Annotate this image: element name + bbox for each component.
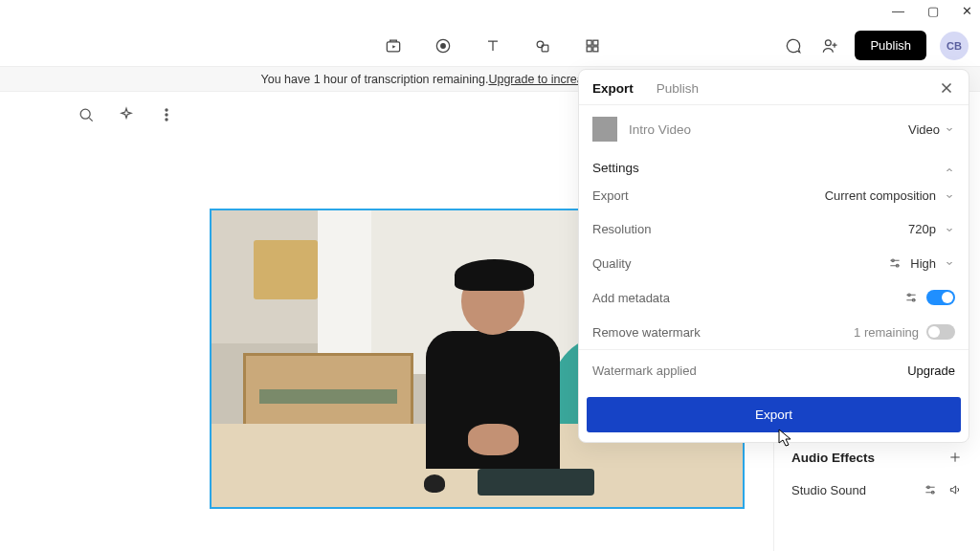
quality-row[interactable]: Quality High — [579, 246, 969, 280]
svg-point-13 — [166, 119, 167, 121]
record-icon[interactable] — [432, 34, 455, 57]
chevron-down-icon — [944, 257, 955, 269]
export-button[interactable]: Export — [587, 397, 961, 432]
templates-icon[interactable] — [581, 34, 604, 57]
metadata-row: Add metadata — [579, 280, 969, 315]
upgrade-link[interactable]: Upgrade — [907, 364, 955, 378]
svg-point-10 — [80, 109, 90, 119]
minimize-icon[interactable]: — — [892, 4, 904, 18]
tab-export[interactable]: Export — [592, 81, 634, 96]
watermark-status: Watermark applied — [592, 364, 697, 378]
avatar[interactable]: CB — [940, 32, 969, 60]
window-controls: — ▢ ✕ — [892, 4, 972, 18]
settings-section-label: Settings — [592, 161, 639, 175]
top-toolbar: Publish CB — [0, 25, 980, 67]
add-effect-icon[interactable] — [947, 450, 963, 465]
sparkle-icon[interactable] — [115, 103, 138, 126]
tab-publish[interactable]: Publish — [657, 81, 699, 96]
svg-rect-8 — [593, 46, 598, 51]
svg-point-9 — [826, 39, 832, 45]
svg-rect-6 — [593, 40, 598, 45]
comment-icon[interactable] — [782, 34, 805, 57]
watermark-toggle[interactable] — [926, 324, 955, 340]
svg-point-12 — [166, 114, 167, 116]
export-type-select[interactable]: Video — [908, 122, 955, 137]
metadata-toggle[interactable] — [926, 290, 955, 305]
shapes-icon[interactable] — [531, 34, 554, 57]
chevron-down-icon — [944, 190, 955, 202]
project-thumbnail — [592, 117, 617, 142]
search-icon[interactable] — [75, 103, 98, 126]
svg-rect-5 — [587, 40, 591, 45]
resolution-row[interactable]: Resolution 720p — [579, 212, 969, 246]
maximize-icon[interactable]: ▢ — [927, 4, 939, 18]
add-user-icon[interactable] — [818, 34, 841, 57]
svg-rect-7 — [587, 46, 591, 51]
chevron-down-icon — [944, 123, 955, 135]
svg-point-3 — [537, 41, 544, 48]
banner-text: You have 1 hour of transcription remaini… — [261, 73, 489, 86]
close-window-icon[interactable]: ✕ — [962, 4, 972, 18]
sliders-icon[interactable] — [903, 290, 919, 305]
audio-effects-label: Audio Effects — [791, 451, 875, 465]
svg-point-11 — [166, 109, 167, 111]
sliders-icon[interactable] — [923, 482, 938, 497]
project-title-field[interactable]: Intro Video — [629, 122, 897, 137]
text-tool-icon[interactable] — [481, 34, 504, 57]
sliders-icon[interactable] — [887, 255, 902, 271]
chevron-down-icon — [944, 224, 955, 235]
speaker-icon[interactable] — [947, 482, 963, 497]
publish-button[interactable]: Publish — [855, 31, 926, 60]
media-library-icon[interactable] — [382, 34, 405, 57]
studio-sound-label: Studio Sound — [791, 483, 866, 497]
chevron-up-icon[interactable] — [944, 163, 955, 174]
export-panel: Export Publish Intro Video Video Setting… — [578, 69, 969, 443]
close-panel-icon[interactable] — [938, 79, 955, 97]
export-scope-row[interactable]: Export Current composition — [579, 179, 969, 212]
watermark-row: Remove watermark 1 remaining — [579, 315, 969, 349]
svg-point-2 — [440, 43, 446, 49]
script-tools — [75, 103, 178, 126]
more-icon[interactable] — [155, 103, 178, 126]
